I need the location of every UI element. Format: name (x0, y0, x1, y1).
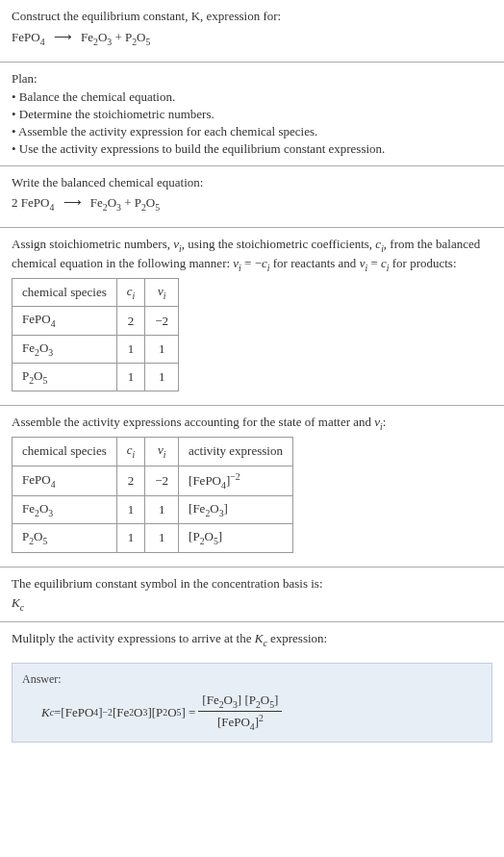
table-cell: −2 (145, 307, 179, 335)
table-row: P2O5 1 1 [P2O5] (13, 524, 293, 552)
initial-equation: FePO4 ⟶ Fe2O3 + P2O5 (12, 29, 492, 48)
plan-section: Plan: Balance the chemical equation. Det… (0, 63, 504, 165)
table-cell: [FePO4]−2 (179, 466, 293, 496)
assign-section: Assign stoichiometric numbers, νi, using… (0, 228, 504, 405)
assemble-section: Assemble the activity expressions accoun… (0, 406, 504, 567)
answer-label: Answer: (22, 671, 482, 688)
table-cell: FePO4 (13, 466, 117, 496)
symbol-text: The equilibrium constant symbol in the c… (12, 575, 492, 592)
assemble-text: Assemble the activity expressions accoun… (12, 414, 492, 433)
fraction: [Fe2O3] [P2O5] [FePO4]2 (198, 692, 282, 734)
construct-text: Construct the equilibrium constant, K, e… (12, 8, 492, 25)
multiply-text: Mulitply the activity expressions to arr… (12, 630, 492, 649)
table-cell: 1 (145, 524, 179, 552)
table-header: activity expression (179, 438, 293, 466)
table-cell: 1 (145, 335, 179, 363)
table-header: νi (145, 438, 179, 466)
balanced-equation: 2 FePO4 ⟶ Fe2O3 + P2O5 (12, 194, 492, 214)
balanced-section: Write the balanced chemical equation: 2 … (0, 166, 504, 226)
table-cell: P2O5 (13, 524, 117, 552)
table-row: Fe2O3 1 1 (13, 335, 179, 363)
arrow-icon: ⟶ (63, 194, 82, 212)
table-header: ci (116, 438, 145, 466)
multiply-section: Mulitply the activity expressions to arr… (0, 622, 504, 657)
plan-item: Use the activity expressions to build th… (12, 140, 492, 158)
table-cell: FePO4 (13, 307, 117, 335)
plan-item: Assemble the activity expression for eac… (12, 123, 492, 140)
table-cell: [P2O5] (179, 524, 293, 552)
table-cell: 1 (116, 524, 145, 552)
balanced-text: Write the balanced chemical equation: (12, 174, 492, 191)
table-cell: [Fe2O3] (179, 496, 293, 524)
table-header: ci (116, 279, 145, 307)
table-cell: 1 (116, 363, 145, 391)
table-cell: 1 (116, 335, 145, 363)
arrow-icon: ⟶ (54, 29, 72, 46)
table-cell: 1 (116, 496, 145, 524)
table-header: νi (145, 279, 179, 307)
plan-item: Balance the chemical equation. (12, 88, 492, 106)
plan-title: Plan: (12, 70, 492, 88)
table-header-row: chemical species ci νi activity expressi… (13, 438, 293, 466)
table-header: chemical species (13, 279, 117, 307)
plan-list: Balance the chemical equation. Determine… (12, 88, 492, 159)
table-row: P2O5 1 1 (13, 363, 179, 391)
kc-symbol: Kc (12, 594, 492, 614)
plan-item: Determine the stoichiometric numbers. (12, 106, 492, 123)
table-header: chemical species (13, 438, 117, 466)
answer-box: Answer: Kc = [FePO4]−2 [Fe2O3] [P2O5] = … (12, 663, 492, 743)
table-row: FePO4 2 −2 [FePO4]−2 (13, 466, 293, 496)
table-cell: 1 (145, 496, 179, 524)
table-cell: 2 (116, 307, 145, 335)
table-cell: 1 (145, 363, 179, 391)
activity-table: chemical species ci νi activity expressi… (12, 437, 293, 552)
symbol-section: The equilibrium constant symbol in the c… (0, 567, 504, 621)
table-header-row: chemical species ci νi (13, 279, 179, 307)
table-cell: 2 (116, 466, 145, 496)
table-cell: P2O5 (13, 363, 117, 391)
table-cell: −2 (145, 466, 179, 496)
assign-text: Assign stoichiometric numbers, νi, using… (12, 236, 492, 274)
table-cell: Fe2O3 (13, 335, 117, 363)
intro-section: Construct the equilibrium constant, K, e… (0, 0, 504, 62)
answer-equation: Kc = [FePO4]−2 [Fe2O3] [P2O5] = [Fe2O3] … (22, 692, 482, 734)
table-cell: Fe2O3 (13, 496, 117, 524)
table-row: Fe2O3 1 1 [Fe2O3] (13, 496, 293, 524)
table-row: FePO4 2 −2 (13, 307, 179, 335)
stoich-table: chemical species ci νi FePO4 2 −2 Fe2O3 … (12, 278, 179, 391)
